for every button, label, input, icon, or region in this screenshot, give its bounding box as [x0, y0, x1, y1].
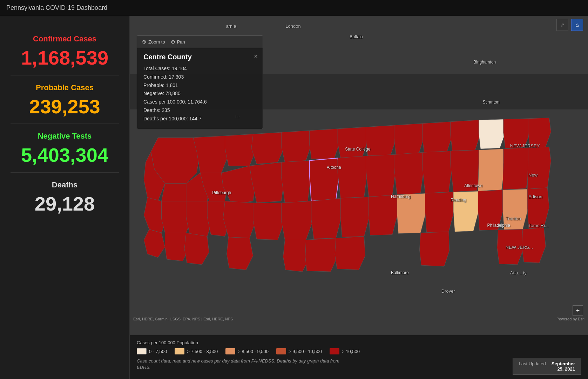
pan-button[interactable]: ⊕ Pan — [171, 39, 185, 45]
svg-marker-9 — [366, 125, 396, 156]
svg-marker-23 — [310, 158, 339, 201]
zoom-to-button[interactable]: ⊕ Zoom to — [142, 39, 165, 45]
popup-county-title: Centre County — [143, 53, 256, 61]
svg-marker-40 — [340, 197, 369, 237]
svg-marker-44 — [453, 191, 479, 232]
svg-marker-42 — [397, 193, 426, 234]
fullscreen-icon: ⤢ — [560, 22, 565, 28]
deaths-value: 29,128 — [11, 193, 119, 215]
popup-data-row: Confirmed: 17,303 — [143, 73, 256, 81]
pan-icon: ⊕ — [171, 39, 175, 45]
svg-marker-24 — [338, 156, 367, 198]
svg-marker-31 — [527, 147, 551, 189]
legend-swatch-4 — [330, 348, 339, 354]
popup-content: Centre County Total Cases: 19,104Confirm… — [137, 48, 263, 129]
legend-item-1: > 7,500 - 8,500 — [175, 348, 218, 354]
negative-tests-block: Negative Tests 5,403,304 — [11, 124, 119, 173]
legend-items: 0 - 7,500> 7,500 - 8,500> 8,500 - 9,500>… — [137, 348, 581, 354]
probable-label: Probable Cases — [11, 83, 119, 92]
zoom-icon: ⊕ — [142, 39, 147, 45]
svg-marker-6 — [281, 131, 311, 162]
negative-value: 5,403,304 — [11, 144, 119, 166]
zoom-to-label: Zoom to — [148, 39, 165, 45]
svg-marker-45 — [478, 190, 503, 231]
esri-powered-by: Powered by Esri — [556, 317, 584, 321]
confirmed-label: Confirmed Cases — [11, 34, 119, 44]
svg-marker-25 — [366, 154, 396, 197]
svg-marker-55 — [419, 232, 449, 267]
legend-label-0: 0 - 7,500 — [149, 349, 167, 354]
legend-label-3: > 9,500 - 10,500 — [289, 349, 322, 354]
fullscreen-button[interactable]: ⤢ — [556, 19, 568, 31]
svg-marker-11 — [422, 122, 452, 152]
map-area[interactable]: Buffalo Binghamton Scranton Allentown Ph… — [130, 16, 588, 379]
popup-toolbar[interactable]: ⊕ Zoom to ⊕ Pan — [137, 36, 263, 48]
svg-marker-7 — [310, 129, 339, 159]
deaths-label: Deaths — [11, 180, 119, 190]
probable-value: 239,253 — [11, 96, 119, 118]
popup-data-row: Cases per 100,000: 11,764.6 — [143, 98, 256, 106]
main-layout: Confirmed Cases 1,168,539 Probable Cases… — [0, 16, 588, 379]
legend-swatch-2 — [225, 348, 235, 354]
svg-marker-8 — [338, 127, 367, 158]
county-popup: ⊕ Zoom to ⊕ Pan × Centre County Total Ca… — [137, 35, 263, 129]
footer-note: Case count data, map and new cases per d… — [137, 358, 347, 371]
legend-label-2: > 8,500 - 9,500 — [238, 349, 269, 354]
bottom-area: Cases per 100,000 Population 0 - 7,500> … — [130, 335, 588, 379]
popup-data-row: Deaths: 235 — [143, 106, 256, 115]
svg-marker-10 — [394, 124, 424, 154]
legend-item-4: > 10,500 — [330, 348, 360, 354]
last-updated-label: Last Updated — [519, 361, 546, 366]
confirmed-cases-block: Confirmed Cases 1,168,539 — [11, 27, 119, 75]
legend-title: Cases per 100,000 Population — [137, 340, 581, 345]
legend-label-4: > 10,500 — [342, 349, 360, 354]
popup-data-row: Probable: 1,801 — [143, 81, 256, 90]
svg-marker-36 — [223, 201, 257, 238]
home-button[interactable]: ⌂ — [571, 19, 583, 31]
footer-row: Case count data, map and new cases per d… — [137, 358, 581, 375]
legend-swatch-0 — [137, 348, 147, 354]
app-title: Pennsylvania COVID-19 Dashboard — [6, 4, 107, 12]
popup-close-button[interactable]: × — [252, 52, 259, 61]
svg-marker-28 — [451, 150, 480, 192]
svg-marker-53 — [305, 238, 337, 272]
svg-marker-54 — [335, 237, 365, 270]
legend-swatch-1 — [175, 348, 184, 354]
home-icon: ⌂ — [575, 22, 579, 28]
confirmed-value: 1,168,539 — [11, 47, 119, 69]
legend-item-0: 0 - 7,500 — [137, 348, 167, 354]
legend-item-2: > 8,500 - 9,500 — [225, 348, 269, 354]
popup-data-row: Total Cases: 19,104 — [143, 65, 256, 73]
last-updated-box: Last Updated September25, 2021 — [513, 358, 581, 375]
legend-swatch-3 — [276, 348, 286, 354]
last-updated-value: September25, 2021 — [552, 361, 575, 372]
zoom-in-button[interactable]: + — [573, 305, 583, 316]
svg-marker-43 — [425, 192, 454, 233]
svg-marker-39 — [311, 198, 341, 239]
svg-marker-14 — [503, 119, 530, 148]
popup-data-row: Deaths per 100,000: 144.7 — [143, 115, 256, 123]
popup-data-row: Negative: 78,880 — [143, 89, 256, 98]
svg-marker-30 — [503, 147, 530, 190]
svg-marker-46 — [503, 189, 528, 230]
deaths-block: Deaths 29,128 — [11, 173, 119, 221]
probable-cases-block: Probable Cases 239,253 — [11, 75, 119, 124]
svg-marker-13 — [479, 119, 505, 149]
svg-marker-41 — [369, 195, 398, 235]
legend-label-1: > 7,500 - 8,500 — [187, 349, 218, 354]
popup-rows: Total Cases: 19,104Confirmed: 17,303Prob… — [143, 65, 256, 123]
esri-attribution: Esri, HERE, Garmin, USGS, EPA, NPS | Esr… — [133, 317, 233, 321]
svg-marker-12 — [451, 120, 480, 151]
svg-marker-29 — [478, 149, 505, 191]
left-panel: Confirmed Cases 1,168,539 Probable Cases… — [0, 16, 130, 379]
legend-item-3: > 9,500 - 10,500 — [276, 348, 322, 354]
svg-marker-27 — [422, 151, 452, 193]
negative-label: Negative Tests — [11, 132, 119, 141]
svg-marker-22 — [281, 160, 311, 203]
zoom-controls: + — [573, 305, 583, 316]
pan-label: Pan — [177, 39, 185, 45]
title-bar: Pennsylvania COVID-19 Dashboard — [0, 0, 588, 16]
svg-marker-26 — [394, 152, 424, 195]
